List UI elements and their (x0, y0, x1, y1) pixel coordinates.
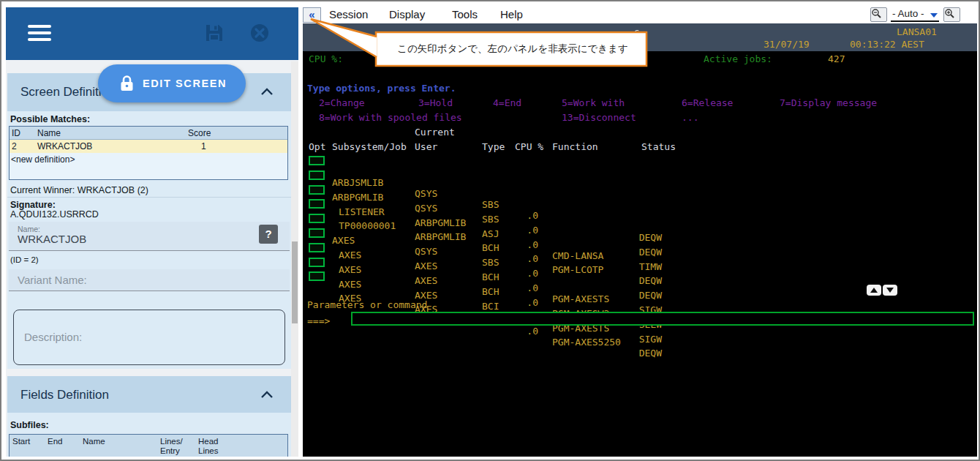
table-row: AXES AXES BCI .0 PGM-AXESTS SIGW (303, 257, 977, 269)
prompt-line: Type options, press Enter. (307, 83, 456, 94)
col-name: Name (37, 128, 61, 138)
opt-checkbox[interactable] (309, 199, 325, 209)
edit-screen-button[interactable]: EDIT SCREEN (98, 64, 246, 102)
zoom-out-button[interactable] (870, 7, 887, 22)
edit-screen-label: EDIT SCREEN (143, 78, 227, 89)
fields-definition-content: Subfiles: Start End Name Lines/ Entry He… (7, 413, 293, 457)
zoom-in-button[interactable] (943, 7, 960, 22)
scrollbar-thumb[interactable] (292, 241, 298, 323)
opt-checkbox[interactable] (309, 228, 325, 238)
table-row: ARBPGMLIB QSYS SBS .0 DEQW (303, 170, 977, 181)
cell-function: PGM-AXESTS (552, 293, 609, 304)
possible-matches-table: ID Name Score 2 WRKACTJOB 1 <new definit… (9, 126, 288, 180)
match-row-wrkactjob[interactable]: 2 WRKACTJOB 1 (10, 140, 287, 153)
variant-name-field[interactable]: Variant Name: (9, 269, 290, 291)
option-3: 3=Hold (418, 97, 453, 108)
page-up-button[interactable] (867, 285, 881, 296)
session-date: 31/07/19 (764, 39, 810, 50)
option-13: 13=Disconnect (562, 112, 636, 123)
header-function: Function (552, 141, 598, 152)
terminal-pane: « Session Display Tools Help - Auto - (303, 7, 977, 457)
magnifier-minus-icon (871, 8, 882, 19)
help-button[interactable]: ? (259, 225, 278, 244)
id-note: (ID = 2) (10, 255, 39, 264)
chevron-up-icon[interactable] (260, 88, 274, 96)
new-definition-label: <new definition> (11, 154, 75, 165)
table-row: LISTENER ARBPGMLIB ASJ .0 CMD-LANSA TIMW (303, 184, 977, 196)
command-arrow: ===> (307, 315, 330, 326)
description-field[interactable]: Description: (13, 310, 285, 365)
match-id: 2 (12, 141, 17, 151)
col-head-lines-1: Head (198, 437, 219, 446)
match-name: WRKACTJOB (37, 141, 92, 151)
command-input[interactable] (351, 312, 974, 326)
active-jobs-label: Active jobs: (704, 53, 772, 64)
fields-definition-title: Fields Definition (20, 388, 109, 402)
hamburger-menu-icon[interactable] (28, 25, 51, 42)
option-4: 4=End (493, 97, 521, 108)
col-start: Start (12, 437, 30, 446)
opt-checkbox[interactable] (309, 185, 325, 195)
system-name: LANSA01 (897, 26, 937, 37)
option-6: 6=Release (682, 97, 733, 108)
panel-toolbar (6, 7, 298, 60)
chevron-up-icon[interactable] (260, 391, 274, 399)
save-icon[interactable] (205, 23, 224, 42)
option-ellipsis: ... (682, 112, 698, 123)
possible-matches-header-row: ID Name Score (10, 127, 287, 140)
parameters-label: Parameters or command (307, 299, 427, 310)
cell-cpu: .0 (491, 326, 538, 337)
option-8: 8=Work with spooled files (319, 112, 462, 123)
opt-checkbox[interactable] (309, 243, 325, 252)
opt-checkbox[interactable] (309, 214, 325, 223)
fields-definition-header[interactable]: Fields Definition (7, 376, 293, 414)
zoom-level-dropdown[interactable]: - Auto - (891, 8, 939, 22)
header-user: User (415, 141, 437, 152)
opt-checkbox[interactable] (309, 156, 325, 165)
zoom-level-value: - Auto - (892, 8, 924, 19)
magnifier-plus-icon (944, 8, 955, 19)
header-type: Type (482, 141, 505, 152)
option-2: 2=Change (319, 97, 365, 108)
possible-matches-label: Possible Matches: (10, 114, 90, 124)
option-7: 7=Display message (780, 97, 877, 108)
header-job: Subsystem/Job (332, 141, 407, 152)
header-opt: Opt (309, 141, 325, 152)
header-current: Current (415, 127, 455, 138)
header-status: Status (641, 141, 676, 152)
page-down-button[interactable] (883, 285, 897, 296)
table-row: AXES AXES BCI .0 PGM-AXES5250 DEQW (303, 271, 977, 282)
col-score: Score (188, 128, 211, 138)
table-row: AXES QSYS SBS .0 DEQW (303, 213, 977, 225)
opt-checkbox[interactable] (309, 271, 325, 281)
session-time: 00:13:22 AEST (850, 39, 924, 50)
callout-text: この矢印ボタンで、左のパネルを非表示にできます (382, 36, 644, 62)
col-id: ID (12, 128, 20, 138)
app-window: EDIT SCREEN Screen Definition Possible M… (0, 0, 980, 461)
current-winner: Current Winner: WRKACTJOB (2) (10, 185, 148, 195)
table-row: TP00000001 ARBPGMLIB BCH .0 PGM-LCOTP DE… (303, 198, 977, 210)
table-row: ARBJSMLIB QSYS SBS .0 DEQW (303, 155, 977, 167)
table-row: AXES AXES BCH .0 PGM-AXESTS SIGW (303, 228, 977, 239)
description-placeholder: Description: (24, 331, 82, 343)
col-end: End (48, 437, 62, 446)
option-5: 5=Work with (562, 97, 625, 108)
signature-label: Signature: (10, 200, 56, 210)
chevron-down-icon (930, 13, 938, 18)
cell-status: DEQW (608, 348, 662, 359)
opt-checkbox[interactable] (309, 258, 325, 267)
new-definition-row[interactable]: <new definition> (10, 153, 287, 166)
close-icon[interactable] (250, 23, 269, 42)
terminal-screen: s LANSA01 31/07/19 00:13:22 AEST CPU %: … (303, 23, 977, 457)
subfiles-label: Subfiles: (10, 420, 49, 430)
signature-value: A.QDUI132.USRRCD (10, 209, 99, 220)
variant-name-placeholder: Variant Name: (18, 274, 87, 286)
name-field[interactable]: Name: WRKACTJOB ? (9, 222, 290, 251)
cell-type: BCH (482, 286, 499, 297)
cell-type: BCI (482, 301, 499, 312)
opt-checkbox[interactable] (309, 170, 325, 180)
col-head-lines-2: Lines (198, 446, 219, 455)
panel-scrollbar[interactable] (291, 61, 298, 457)
match-score: 1 (201, 141, 206, 151)
header-cpu: CPU % (515, 141, 543, 152)
